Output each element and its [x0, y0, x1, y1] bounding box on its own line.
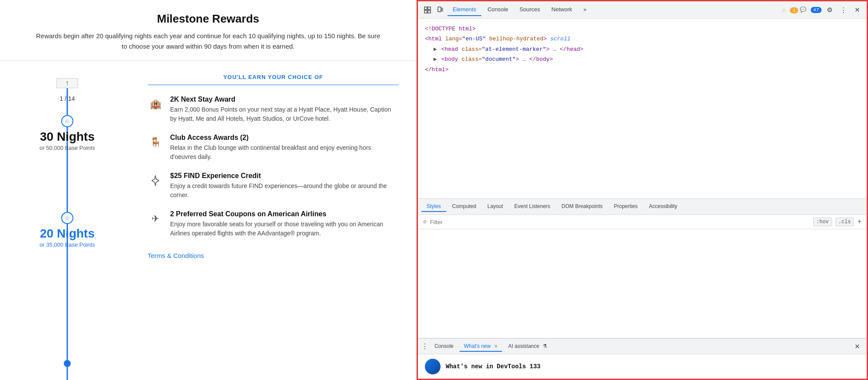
svg-rect-4: [438, 7, 441, 12]
bottom-tab-console[interactable]: Console: [430, 341, 458, 352]
main-panel: Milestone Rewards Rewards begin after 20…: [0, 0, 417, 380]
reward-text: 2 Preferred Seat Coupons on American Air…: [170, 210, 399, 238]
tab-network[interactable]: Network: [546, 3, 578, 16]
milestone-20-nights: ☆ 20 Nights or 35,000 Base Points: [39, 212, 95, 248]
devtools-bottom: ⋮ Console What's new ✕ AI assistance ⚗ ✕…: [418, 338, 867, 379]
reward-description: Enjoy more favorable seats for yourself …: [170, 220, 399, 238]
html-line-html: <html lang="en-US" bellhop-hydrated> scr…: [425, 34, 860, 44]
svg-rect-2: [428, 7, 431, 10]
whats-new-icon: [425, 359, 441, 374]
svg-rect-0: [424, 7, 427, 10]
milestone-30-points: or 50,000 Base Points: [39, 145, 95, 151]
tab-more[interactable]: »: [578, 3, 592, 16]
tab-styles[interactable]: Styles: [421, 202, 446, 212]
tab-properties[interactable]: Properties: [609, 202, 643, 212]
reward-title: 2 Preferred Seat Coupons on American Air…: [170, 210, 399, 218]
reward-text: Club Access Awards (2) Relax in the Club…: [170, 134, 399, 162]
close-bottom-panel-button[interactable]: ✕: [851, 340, 863, 353]
milestone-30-nights: ☆ 30 Nights or 50,000 Base Points: [39, 115, 95, 151]
reward-club-icon: 🪑: [148, 135, 163, 150]
bottom-tab-ai-assistance[interactable]: AI assistance ⚗: [504, 341, 552, 352]
page-indicator: 1 / 14: [59, 95, 75, 102]
reward-item: $25 FIND Experience Credit Enjoy a credi…: [148, 172, 399, 200]
devtools-sub-tabs: Styles Computed Layout Event Listeners D…: [418, 198, 867, 215]
tab-accessibility[interactable]: Accessibility: [644, 202, 682, 212]
tab-dom-breakpoints[interactable]: DOM Breakpoints: [556, 202, 608, 212]
reward-item: ✈ 2 Preferred Seat Coupons on American A…: [148, 210, 399, 238]
add-filter-button[interactable]: +: [857, 218, 861, 226]
cls-tag[interactable]: .cls: [835, 218, 854, 226]
devtools-sub-panel: Styles Computed Layout Event Listeners D…: [418, 198, 867, 338]
header-subtitle: Rewards begin after 20 qualifying nights…: [35, 31, 381, 52]
filter-icon: ⊘: [423, 218, 427, 225]
milestone-active-star-icon: ☆: [61, 212, 73, 224]
close-whats-new-button[interactable]: ✕: [494, 344, 498, 349]
milestone-20-points: or 35,000 Base Points: [39, 241, 95, 248]
devtools-toolbar-right: ⚠ 1 💬 47 ⚙ ⋮ ✕: [782, 4, 863, 16]
error-badge: 💬 47: [800, 7, 822, 13]
nav-up-button[interactable]: ↑: [56, 78, 78, 88]
rewards-panel: YOU'LL EARN YOUR CHOICE OF 🏨 2K Next Sta…: [135, 61, 416, 380]
terms-conditions-link[interactable]: Terms & Conditions: [148, 252, 204, 259]
reward-title: $25 FIND Experience Credit: [170, 172, 399, 180]
reward-description: Relax in the Club lounge with continenta…: [170, 143, 399, 162]
bottom-more-icon[interactable]: ⋮: [421, 342, 428, 351]
devtools-panel: Elements Console Sources Network » ⚠ 1 💬…: [417, 0, 868, 380]
reward-airline-icon: ✈: [148, 211, 163, 227]
reward-item: 🏨 2K Next Stay Award Earn 2,000 Bonus Po…: [148, 96, 399, 123]
error-count: 47: [811, 7, 822, 13]
milestone-30-label: 30 Nights: [40, 130, 95, 144]
header-section: Milestone Rewards Rewards begin after 20…: [0, 0, 416, 61]
reward-description: Earn 2,000 Bonus Points on your next sta…: [170, 105, 399, 123]
svg-rect-1: [424, 10, 427, 13]
tab-sources[interactable]: Sources: [514, 3, 546, 16]
whats-new-title: What's new in DevTools 133: [446, 363, 540, 370]
tab-console[interactable]: Console: [482, 3, 513, 16]
html-line-body: ▶ <body class="document"> … </body>: [425, 54, 860, 64]
styles-empty-area: [418, 229, 867, 338]
hov-tag[interactable]: :hov: [813, 218, 832, 226]
tab-elements[interactable]: Elements: [447, 3, 481, 16]
bottom-tabs: ⋮ Console What's new ✕ AI assistance ⚗ ✕: [418, 339, 867, 354]
reward-find-icon: [148, 173, 163, 188]
html-line-head: ▶ <head class="at-element-marker"> … </h…: [425, 44, 860, 54]
timeline-sidebar: ↑ 1 / 14 ☆ 30 Nights or 50,000 Base Poin…: [0, 61, 135, 380]
settings-button[interactable]: ⚙: [823, 4, 835, 16]
html-line-doctype: <!DOCTYPE html>: [425, 24, 860, 34]
filter-input[interactable]: [430, 219, 810, 225]
filter-bar: ⊘ :hov .cls +: [418, 215, 867, 229]
html-line-end: </html>: [425, 65, 860, 75]
more-options-button[interactable]: ⋮: [837, 4, 849, 16]
reward-title: Club Access Awards (2): [170, 134, 399, 142]
device-toolbar-button[interactable]: [434, 4, 447, 16]
reward-text: 2K Next Stay Award Earn 2,000 Bonus Poin…: [170, 96, 399, 123]
close-devtools-button[interactable]: ✕: [851, 4, 863, 16]
bottom-content: What's new in DevTools 133: [418, 354, 867, 379]
tab-event-listeners[interactable]: Event Listeners: [509, 202, 556, 212]
inspect-element-button[interactable]: [421, 4, 434, 16]
bottom-tab-whats-new[interactable]: What's new ✕: [460, 341, 502, 352]
earn-choice-header: YOU'LL EARN YOUR CHOICE OF: [148, 74, 399, 85]
devtools-toolbar: Elements Console Sources Network » ⚠ 1 💬…: [418, 1, 867, 19]
milestone-star-icon: ☆: [61, 115, 73, 127]
ai-icon: ⚗: [542, 343, 547, 349]
page-title: Milestone Rewards: [35, 12, 381, 26]
svg-rect-3: [428, 10, 431, 13]
reward-text: $25 FIND Experience Credit Enjoy a credi…: [170, 172, 399, 200]
warning-count: 1: [790, 7, 798, 13]
reward-description: Enjoy a credit towards future FIND exper…: [170, 182, 399, 200]
tab-computed[interactable]: Computed: [447, 202, 481, 212]
reward-item: 🪑 Club Access Awards (2) Relax in the Cl…: [148, 134, 399, 162]
content-area: ↑ 1 / 14 ☆ 30 Nights or 50,000 Base Poin…: [0, 61, 416, 380]
tab-layout[interactable]: Layout: [482, 202, 508, 212]
html-viewer: <!DOCTYPE html> <html lang="en-US" bellh…: [418, 19, 867, 198]
reward-title: 2K Next Stay Award: [170, 96, 399, 103]
timeline-dot: [64, 360, 71, 367]
reward-hotel-icon: 🏨: [148, 96, 163, 112]
warning-badge: ⚠ 1: [782, 6, 798, 13]
milestone-20-label: 20 Nights: [40, 227, 95, 241]
